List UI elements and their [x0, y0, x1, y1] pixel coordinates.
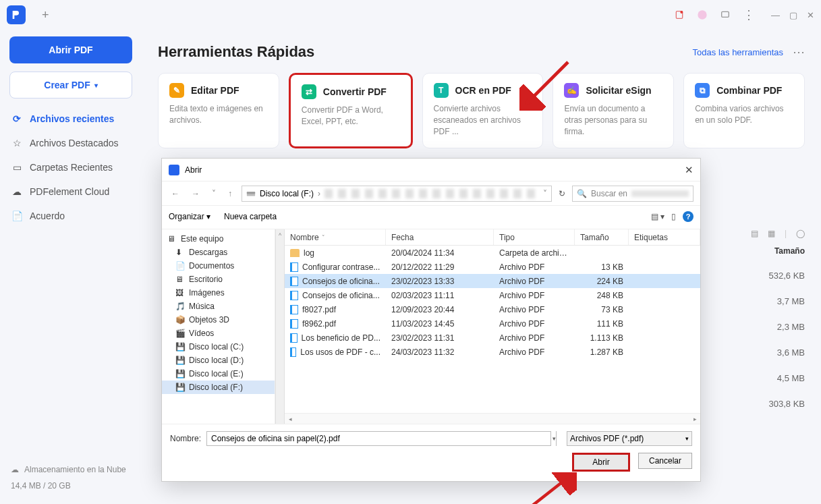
file-row[interactable]: Consejos de oficina...02/03/2023 11:11Ar… — [285, 288, 700, 302]
dialog-close-button[interactable]: ✕ — [685, 164, 693, 176]
file-row[interactable]: f8027.pdf12/09/2023 20:44Archivo PDF73 K… — [285, 302, 700, 316]
more-icon[interactable]: ⋯ — [793, 45, 805, 59]
pdf-icon — [290, 319, 298, 329]
filetype-select[interactable]: Archivos PDF (*.pdf) ▾ — [567, 431, 692, 446]
tool-title: Solicitar eSign — [586, 85, 651, 96]
message-icon[interactable] — [720, 9, 731, 20]
nav-back-icon[interactable]: ← — [169, 189, 182, 198]
sidebar-item-1[interactable]: ☆Archivos Destacados — [9, 131, 132, 155]
tree-item-6[interactable]: 📦Objetos 3D — [162, 313, 275, 327]
sidebar-item-2[interactable]: ▭Carpetas Recientes — [9, 155, 132, 179]
view-mode-button[interactable]: ▤ ▾ — [651, 212, 664, 221]
col-tags[interactable]: Etiquetas — [629, 229, 700, 245]
tool-title: Combinar PDF — [716, 85, 782, 96]
all-tools-link[interactable]: Todas las herramientas — [693, 47, 783, 57]
tool-icon: ✍ — [564, 83, 579, 98]
tree-item-5[interactable]: 🎵Música — [162, 300, 275, 313]
tree-item-icon: 💾 — [175, 356, 185, 365]
file-size: 73 KB — [575, 305, 629, 314]
list-view-icon[interactable]: ▤ — [751, 229, 758, 238]
breadcrumb-dropdown-icon[interactable]: ˅ — [543, 189, 547, 198]
tree-item-label: Imágenes — [189, 288, 225, 298]
tree-scrollbar[interactable]: ^ — [275, 229, 285, 424]
sidebar-item-icon: ▭ — [11, 162, 23, 173]
file-row[interactable]: Consejos de oficina...23/02/2023 13:33Ar… — [285, 274, 700, 288]
new-tab-button[interactable]: + — [42, 8, 49, 22]
tree-item-0[interactable]: 🖥Este equipo — [162, 232, 275, 246]
pdf-icon — [290, 333, 298, 343]
tool-card-editar-pdf[interactable]: ✎Editar PDFEdita texto e imágenes en arc… — [158, 73, 279, 148]
sidebar-item-label: Carpetas Recientes — [30, 162, 113, 173]
kebab-icon[interactable]: ⋮ — [743, 7, 755, 22]
tree-item-8[interactable]: 💾Disco local (C:) — [162, 340, 275, 354]
tree-item-7[interactable]: 🎬Vídeos — [162, 327, 275, 340]
avatar-icon[interactable] — [697, 9, 708, 20]
file-type: Archivo PDF — [494, 305, 575, 314]
nav-up-icon[interactable]: ˅ — [209, 189, 219, 198]
file-date: 24/03/2023 11:32 — [386, 347, 494, 357]
file-panel: Nombre˅ Fecha Tipo Tamaño Etiquetas log2… — [285, 229, 700, 424]
svg-point-2 — [698, 10, 706, 19]
sidebar-item-0[interactable]: ⟳Archivos recientes — [9, 107, 132, 131]
tree-item-10[interactable]: 💾Disco local (E:) — [162, 367, 275, 381]
cloud-storage-row[interactable]: ☁ Almacenamiento en la Nube — [11, 465, 131, 474]
tree-item-9[interactable]: 💾Disco local (D:) — [162, 354, 275, 367]
tool-card-ocr-en-pdf[interactable]: TOCR en PDFConvierte archivos escaneados… — [422, 73, 544, 148]
nav-parent-icon[interactable]: ↑ — [225, 189, 235, 198]
file-row[interactable]: Los usos de PDF - c...24/03/2023 11:32Ar… — [285, 345, 700, 359]
filter-icon[interactable]: ◯ — [796, 229, 805, 238]
open-button[interactable]: Abrir — [572, 453, 630, 472]
file-date: 23/02/2023 11:31 — [386, 333, 494, 343]
cancel-button[interactable]: Cancelar — [638, 453, 692, 469]
file-name: Consejos de oficina... — [302, 291, 380, 300]
file-row[interactable]: Configurar contrase...20/12/2022 11:29Ar… — [285, 260, 700, 274]
tree-item-11[interactable]: 💾Disco local (F:) — [162, 381, 275, 394]
tool-card-solicitar-esign[interactable]: ✍Solicitar eSignEnvía un documento a otr… — [553, 73, 674, 148]
sidebar-item-3[interactable]: ☁PDFelement Cloud — [9, 179, 132, 204]
file-row[interactable]: Los beneficio de PD...23/02/2023 11:31Ar… — [285, 331, 700, 345]
file-row[interactable]: log20/04/2024 11:34Carpeta de archivos — [285, 246, 700, 260]
col-size[interactable]: Tamaño — [575, 229, 629, 245]
breadcrumb-drive: Disco local (F:) — [260, 189, 314, 198]
window-minimize[interactable]: — — [771, 10, 780, 20]
preview-pane-button[interactable]: ▯ — [671, 212, 676, 221]
tree-item-icon: 🎬 — [175, 329, 185, 338]
tool-card-convertir-pdf[interactable]: ⇄Convertir PDFConvertir PDF a Word, Exce… — [289, 73, 413, 148]
file-row[interactable]: f8962.pdf11/03/2023 14:45Archivo PDF111 … — [285, 316, 700, 331]
open-pdf-button[interactable]: Abrir PDF — [9, 36, 132, 63]
breadcrumb-path[interactable]: Disco local (F:) › ˅ — [242, 186, 552, 202]
create-pdf-button[interactable]: Crear PDF ▾ — [9, 72, 132, 99]
chevron-down-icon: ▾ — [94, 82, 98, 89]
tree-item-3[interactable]: 🖥Escritorio — [162, 273, 275, 286]
file-open-dialog: Abrir ✕ ← → ˅ ↑ Disco local (F:) › ˅ ↻ 🔍… — [161, 158, 701, 482]
file-date: 02/03/2023 11:11 — [386, 291, 494, 300]
file-date: 20/04/2024 11:34 — [386, 248, 494, 258]
cloud-icon: ☁ — [11, 465, 19, 474]
tree-item-1[interactable]: ⬇Descargas — [162, 246, 275, 259]
col-type[interactable]: Tipo — [494, 229, 575, 245]
sidebar-item-icon: ⟳ — [11, 113, 23, 124]
file-size: 248 KB — [575, 291, 629, 300]
nav-forward-icon[interactable]: → — [189, 189, 202, 198]
new-folder-button[interactable]: Nueva carpeta — [224, 212, 277, 221]
tree-item-label: Documentos — [189, 261, 234, 271]
window-maximize[interactable]: ▢ — [789, 10, 797, 20]
window-close[interactable]: ✕ — [807, 10, 814, 20]
organize-button[interactable]: Organizar ▾ — [169, 212, 210, 221]
sidebar-item-4[interactable]: 📄Acuerdo — [9, 204, 132, 228]
file-list-hscroll[interactable]: ◂▸ — [285, 413, 700, 424]
col-name[interactable]: Nombre˅ — [285, 229, 386, 245]
grid-view-icon[interactable]: ▦ — [768, 229, 775, 238]
tree-item-2[interactable]: 📄Documentos — [162, 259, 275, 273]
help-icon[interactable]: ? — [683, 211, 693, 222]
col-date[interactable]: Fecha — [386, 229, 494, 245]
tool-title: Editar PDF — [191, 85, 239, 96]
notification-icon[interactable] — [674, 9, 685, 20]
dialog-search-input[interactable]: 🔍 Buscar en — [572, 186, 693, 202]
filename-input[interactable] — [206, 431, 551, 446]
tool-card-combinar-pdf[interactable]: ⧉Combinar PDFCombina varios archivos en … — [683, 73, 805, 148]
tree-item-4[interactable]: 🖼Imágenes — [162, 286, 275, 300]
refresh-icon[interactable]: ↻ — [559, 189, 565, 198]
tool-title: Convertir PDF — [323, 86, 387, 97]
tool-icon: ⇄ — [302, 84, 316, 99]
